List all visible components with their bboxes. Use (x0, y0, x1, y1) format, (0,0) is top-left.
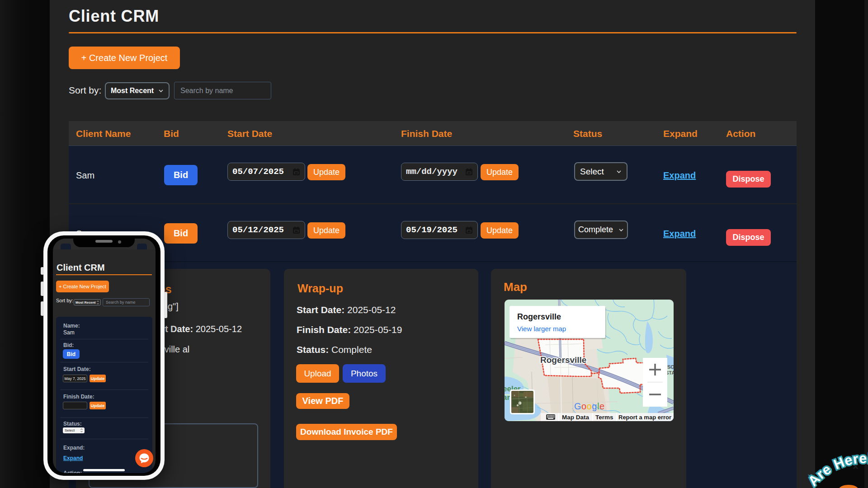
svg-text:View larger map: View larger map (517, 325, 566, 333)
svg-text:Map Data: Map Data (562, 414, 590, 421)
svg-text:Google: Google (574, 401, 605, 411)
svg-text:SO: SO (667, 364, 674, 370)
svg-text:Rogersville: Rogersville (540, 355, 586, 365)
svg-text:ar: ar (505, 393, 510, 402)
svg-text:Are Here!: Are Here! (805, 450, 868, 488)
svg-text:Terms: Terms (595, 414, 613, 421)
svg-text:Report a map error: Report a map error (618, 414, 671, 421)
svg-text:Rogersville: Rogersville (517, 312, 561, 321)
